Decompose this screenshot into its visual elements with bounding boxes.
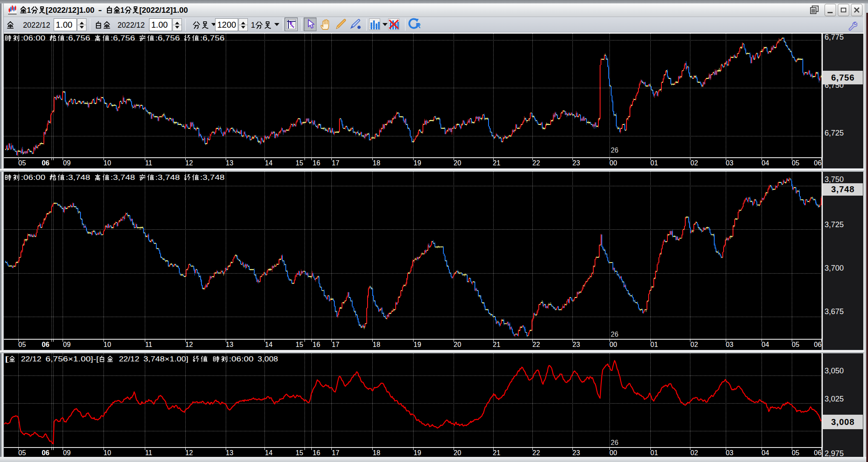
svg-text:22/12: 22/12 bbox=[21, 355, 41, 363]
svg-text:[: [ bbox=[5, 355, 9, 363]
svg-text::3,748: :3,748 bbox=[155, 174, 180, 181]
svg-text:22/12: 22/12 bbox=[119, 355, 139, 363]
svg-text::6,756: :6,756 bbox=[66, 35, 90, 42]
svg-text:6,756×1.00]-[: 6,756×1.00]-[ bbox=[46, 355, 99, 363]
svg-text:3,748×1.00]: 3,748×1.00] bbox=[144, 355, 189, 363]
svg-text::6,756: :6,756 bbox=[200, 35, 225, 42]
svg-text::06:00: :06:00 bbox=[21, 174, 46, 181]
svg-text:3,008: 3,008 bbox=[258, 355, 278, 363]
svg-text::06:00: :06:00 bbox=[229, 355, 254, 363]
svg-text::3,748: :3,748 bbox=[110, 174, 135, 181]
svg-text::6,756: :6,756 bbox=[110, 35, 135, 42]
svg-text::3,748: :3,748 bbox=[200, 174, 225, 181]
svg-text::06:00: :06:00 bbox=[21, 35, 46, 42]
svg-text::6,756: :6,756 bbox=[155, 35, 180, 42]
svg-text::3,748: :3,748 bbox=[66, 174, 90, 181]
